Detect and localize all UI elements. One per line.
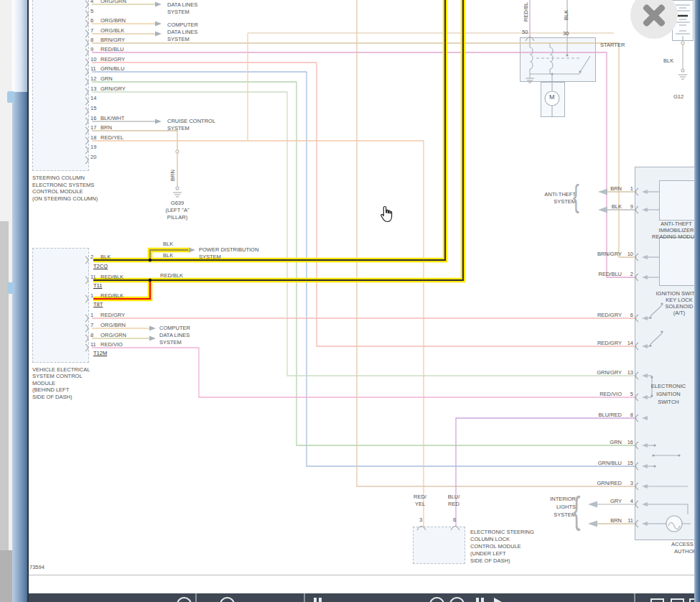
left-bottom-panel bbox=[0, 550, 12, 602]
toolbar-zoom-out-icon[interactable] bbox=[449, 597, 465, 602]
toolbar-zoom-in-icon[interactable] bbox=[429, 597, 444, 602]
toolbar-zoom-circle-2-icon[interactable] bbox=[220, 597, 235, 602]
window-edge bbox=[27, 0, 29, 602]
toolbar-pause-bars-2-icon[interactable] bbox=[476, 598, 479, 602]
toolbar-divider bbox=[195, 593, 197, 602]
toolbar-pause-bars-1-icon[interactable] bbox=[314, 598, 317, 602]
scrollbar-nub[interactable] bbox=[7, 91, 14, 103]
scrollbar-nub[interactable] bbox=[7, 282, 14, 294]
toolbar-page-3-icon[interactable] bbox=[689, 598, 694, 602]
toolbar-divider bbox=[634, 593, 635, 602]
hand-cursor bbox=[380, 205, 394, 224]
right-scrollbar[interactable] bbox=[694, 0, 700, 602]
bottom-margin bbox=[29, 575, 694, 593]
bottom-toolbar[interactable] bbox=[29, 593, 694, 602]
toolbar-forward-arrow-icon[interactable] bbox=[494, 598, 502, 602]
wiring-diagram-viewer: 4567891011121314151617181920ORG/GRNORG/B… bbox=[0, 0, 700, 602]
toolbar-divider bbox=[304, 593, 305, 602]
diagram-canvas[interactable] bbox=[29, 0, 694, 575]
toolbar-zoom-circle-1-icon[interactable] bbox=[177, 597, 192, 602]
left-gray-panel bbox=[0, 221, 9, 550]
toolbar-pause-bars-2-icon[interactable] bbox=[481, 598, 484, 602]
left-scrollbar-track[interactable] bbox=[12, 0, 27, 92]
toolbar-page-2-icon[interactable] bbox=[671, 598, 684, 602]
toolbar-page-1-icon[interactable] bbox=[650, 598, 664, 602]
toolbar-pause-bars-1-icon[interactable] bbox=[319, 598, 322, 602]
